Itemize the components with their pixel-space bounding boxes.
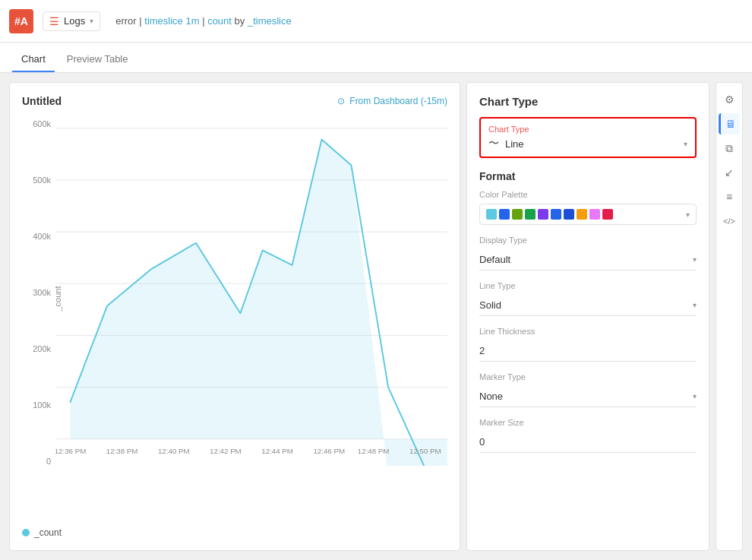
line-chart-svg: 12:36 PM 12:38 PM 12:40 PM 12:42 PM 12:4…	[55, 116, 447, 466]
top-bar: #A ☰ Logs ▾ error | timeslice 1m | count…	[0, 0, 752, 43]
format-section: Format Color Palette	[479, 170, 697, 464]
marker-type-dropdown[interactable]: None ▾	[479, 386, 697, 407]
color-dot-1	[486, 209, 497, 220]
display-type-group: Display Type Default ▾	[479, 236, 697, 271]
svg-text:12:38 PM: 12:38 PM	[106, 447, 138, 455]
marker-size-value[interactable]: 0	[479, 432, 697, 453]
legend-dot	[22, 529, 30, 536]
chart-header: Untitled ⊙ From Dashboard (-15m)	[22, 95, 447, 107]
format-title: Format	[479, 170, 697, 182]
marker-type-value: None	[479, 391, 503, 402]
color-dot-2	[499, 209, 510, 220]
chart-svg-container: _count	[55, 116, 447, 481]
marker-type-label: Marker Type	[479, 372, 697, 381]
logs-label: Logs	[64, 15, 85, 27]
time-label: From Dashboard (-15m)	[349, 96, 447, 106]
display-type-label: Display Type	[479, 236, 697, 245]
line-chart-icon: 〜	[488, 137, 499, 150]
chart-area: 600k 500k 400k 300k 200k 100k 0 _count	[22, 116, 447, 515]
display-type-dropdown[interactable]: Default ▾	[479, 249, 697, 271]
marker-size-group: Marker Size 0	[479, 418, 697, 453]
hash-badge: #A	[9, 9, 33, 33]
chart-type-value: Line	[505, 138, 524, 150]
y-tick: 400k	[22, 232, 51, 241]
line-thickness-value[interactable]: 2	[479, 340, 697, 362]
code-icon[interactable]: </>	[719, 210, 740, 232]
y-tick: 300k	[22, 288, 51, 297]
copy-icon[interactable]: ⧉	[719, 138, 740, 159]
list-icon[interactable]: ≡	[719, 186, 740, 207]
clock-icon: ⊙	[337, 96, 345, 106]
display-type-value: Default	[479, 254, 510, 265]
chart-type-field-label: Chart Type	[488, 125, 687, 134]
svg-text:12:50 PM: 12:50 PM	[409, 447, 441, 455]
color-dot-10	[602, 209, 613, 220]
display-icon[interactable]: 🖥	[719, 113, 740, 134]
arrow-icon[interactable]: ↙	[719, 162, 740, 183]
logs-dropdown-arrow: ▾	[90, 17, 93, 25]
svg-text:12:46 PM: 12:46 PM	[313, 447, 345, 455]
svg-text:12:44 PM: 12:44 PM	[261, 447, 293, 455]
chart-panel: Untitled ⊙ From Dashboard (-15m) 600k 50…	[9, 82, 460, 551]
query-text: error | timeslice 1m | count by _timesli…	[115, 15, 292, 27]
line-type-label: Line Type	[479, 281, 697, 290]
marker-type-group: Marker Type None ▾	[479, 372, 697, 407]
color-dot-5	[538, 209, 548, 220]
line-type-group: Line Type Solid ▾	[479, 281, 697, 316]
chart-time-info: ⊙ From Dashboard (-15m)	[337, 96, 447, 106]
line-thickness-group: Line Thickness 2	[479, 327, 697, 362]
tab-bar: Chart Preview Table	[0, 43, 752, 73]
color-palette-label: Color Palette	[479, 190, 697, 199]
color-dot-8	[577, 209, 587, 220]
panels-row: Untitled ⊙ From Dashboard (-15m) 600k 50…	[9, 82, 743, 551]
line-type-dropdown[interactable]: Solid ▾	[479, 295, 697, 316]
y-tick: 500k	[22, 176, 51, 185]
y-tick: 0	[22, 457, 51, 466]
color-dots	[486, 209, 613, 220]
y-axis-label: _count	[53, 286, 62, 311]
color-palette-arrow: ▾	[686, 210, 690, 219]
line-thickness-label: Line Thickness	[479, 327, 697, 336]
chart-title: Untitled	[22, 95, 62, 107]
y-tick: 200k	[22, 344, 51, 353]
chart-type-select-row[interactable]: 〜 Line ▾	[488, 137, 687, 150]
svg-text:12:36 PM: 12:36 PM	[55, 447, 86, 455]
color-palette-group: Color Palette	[479, 190, 697, 225]
query-timeslice: timeslice 1m	[144, 15, 199, 27]
svg-text:12:42 PM: 12:42 PM	[210, 447, 242, 455]
svg-text:12:40 PM: 12:40 PM	[158, 447, 190, 455]
chart-type-section-title: Chart Type	[479, 95, 697, 108]
tab-preview-table[interactable]: Preview Table	[58, 47, 137, 72]
logs-icon: ☰	[49, 15, 59, 27]
chart-legend: _count	[22, 521, 447, 538]
main-content: Untitled ⊙ From Dashboard (-15m) 600k 50…	[0, 73, 752, 560]
display-type-arrow: ▾	[693, 255, 697, 264]
marker-size-label: Marker Size	[479, 418, 697, 427]
settings-icon[interactable]: ⚙	[719, 89, 740, 110]
color-palette-row[interactable]: ▾	[479, 204, 697, 225]
logs-selector[interactable]: ☰ Logs ▾	[43, 11, 100, 31]
y-axis: 600k 500k 400k 300k 200k 100k 0	[22, 116, 55, 481]
right-panel: Chart Type Chart Type 〜 Line ▾ Format	[466, 82, 709, 551]
y-tick: 600k	[22, 119, 51, 128]
color-dot-4	[525, 209, 536, 220]
tab-chart[interactable]: Chart	[12, 47, 55, 72]
svg-text:12:48 PM: 12:48 PM	[358, 447, 390, 455]
query-timeslice-field: _timeslice	[248, 15, 292, 27]
color-dot-7	[564, 209, 574, 220]
marker-type-arrow: ▾	[693, 392, 697, 400]
color-dot-9	[589, 209, 600, 220]
chart-type-box[interactable]: Chart Type 〜 Line ▾	[479, 117, 697, 158]
y-tick: 100k	[22, 400, 51, 410]
chart-type-select-left: 〜 Line	[488, 137, 524, 150]
color-dot-3	[512, 209, 523, 220]
legend-label: _count	[34, 527, 62, 538]
chart-type-dropdown-arrow: ▾	[684, 140, 687, 148]
color-dot-6	[551, 209, 561, 220]
line-type-arrow: ▾	[693, 301, 697, 309]
side-icons-panel: ⚙ 🖥 ⧉ ↙ ≡ </>	[716, 82, 743, 551]
line-type-value: Solid	[479, 299, 501, 311]
query-count: count	[207, 15, 232, 27]
